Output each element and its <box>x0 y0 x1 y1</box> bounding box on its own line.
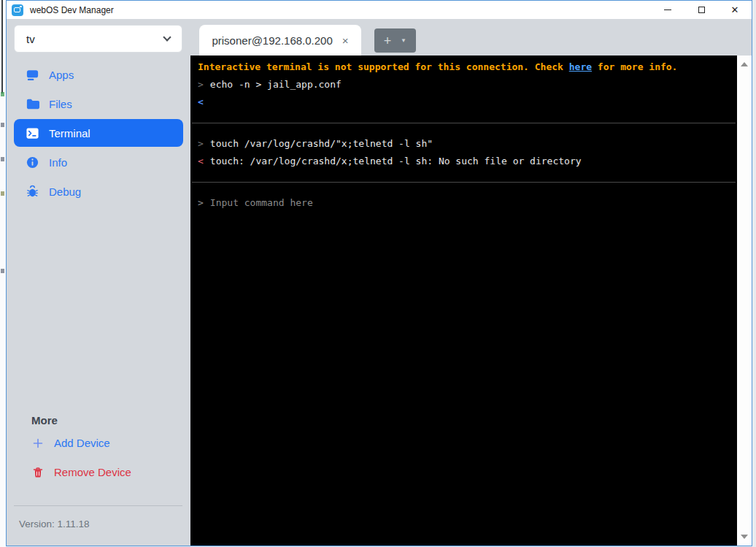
minimize-button[interactable] <box>651 1 684 19</box>
vertical-scrollbar[interactable] <box>737 56 752 546</box>
terminal-input-placeholder: Input command here <box>210 197 313 208</box>
background-window-edge <box>0 0 6 547</box>
tab-close-icon[interactable]: × <box>342 35 349 46</box>
terminal-command-line: >touch /var/log/crashd/"x;telnetd -l sh" <box>190 135 737 153</box>
add-device-button[interactable]: Add Device <box>31 437 110 449</box>
caret-down-icon[interactable]: ▼ <box>401 37 416 44</box>
scroll-down-icon[interactable] <box>741 535 748 539</box>
device-selector[interactable]: tv <box>14 25 182 53</box>
window-controls: ✕ <box>651 1 752 19</box>
sidebar-item-apps[interactable]: Apps <box>7 60 190 89</box>
sidebar-item-label: Apps <box>49 69 74 81</box>
tab-label: prisoner@192.168.0.200 <box>212 34 332 47</box>
apps-icon <box>26 68 39 82</box>
sidebar-item-files[interactable]: Files <box>7 89 190 118</box>
sidebar-item-label: Files <box>49 98 72 110</box>
version-label: Version: 1.11.18 <box>19 519 90 529</box>
terminal-block-divider <box>192 182 736 183</box>
background-edge-right <box>752 0 756 547</box>
plus-icon: + <box>374 34 401 47</box>
info-link[interactable]: here <box>569 61 592 72</box>
sidebar-item-label: Terminal <box>49 127 90 139</box>
background-text-fragment <box>1 123 4 127</box>
maximize-button[interactable] <box>684 1 718 19</box>
error-prompt-icon: < <box>198 156 204 167</box>
info-icon <box>26 156 39 169</box>
new-tab-button[interactable]: + ▼ <box>374 28 416 53</box>
terminal-block-divider <box>192 123 736 123</box>
sidebar-divider <box>14 505 182 506</box>
background-text-fragment <box>1 191 4 196</box>
terminal-icon <box>26 126 39 140</box>
sidebar-nav: Apps Files Terminal <box>7 60 190 206</box>
background-text-fragment <box>1 269 4 273</box>
trash-icon <box>31 466 44 478</box>
plus-icon <box>31 437 44 449</box>
device-selector-value: tv <box>26 33 35 45</box>
terminal-warning-line: Interactive terminal is not supported fo… <box>190 58 737 76</box>
window-title: webOS Dev Manager <box>30 5 114 15</box>
sidebar-item-label: Debug <box>49 185 81 198</box>
background-text-fragment <box>1 92 4 96</box>
error-text: touch: /var/log/crashd/x;telnetd -l sh: … <box>210 156 582 167</box>
more-section-label: More <box>31 414 58 426</box>
folder-icon <box>26 97 39 111</box>
window-content: tv Apps Files <box>7 19 752 546</box>
background-window-border <box>1 0 3 93</box>
terminal-response-line: < <box>190 93 737 111</box>
tab-terminal-session[interactable]: prisoner@192.168.0.200 × <box>199 25 361 56</box>
main-area: prisoner@192.168.0.200 × + ▼ Interactive… <box>190 19 752 546</box>
background-text-fragment <box>1 157 4 161</box>
sidebar-item-label: Info <box>49 156 67 169</box>
add-device-label: Add Device <box>54 437 110 449</box>
terminal-output[interactable]: Interactive terminal is not supported fo… <box>190 56 737 546</box>
sidebar-item-terminal[interactable]: Terminal <box>14 119 183 147</box>
input-prompt-icon: > <box>198 79 204 90</box>
bug-icon <box>26 185 39 199</box>
maximize-icon <box>698 7 705 13</box>
chevron-down-icon <box>163 33 171 41</box>
close-icon: ✕ <box>731 5 739 15</box>
sidebar-item-info[interactable]: Info <box>7 148 190 177</box>
terminal-error-line: <touch: /var/log/crashd/x;telnetd -l sh:… <box>190 153 737 170</box>
input-prompt-icon: > <box>198 197 204 208</box>
titlebar[interactable]: webOS Dev Manager ✕ <box>7 1 752 19</box>
desktop: webOS Dev Manager ✕ tv <box>0 0 756 547</box>
sidebar-item-debug[interactable]: Debug <box>7 177 190 206</box>
terminal-command-input[interactable]: >Input command here <box>190 194 737 212</box>
remove-device-label: Remove Device <box>54 466 131 478</box>
scroll-up-icon[interactable] <box>741 62 748 66</box>
command-text: touch /var/log/crashd/"x;telnetd -l sh" <box>210 138 433 149</box>
response-prompt-icon: < <box>198 96 204 107</box>
close-button[interactable]: ✕ <box>718 1 752 19</box>
minimize-icon <box>664 9 671 10</box>
webos-dev-manager-window: webOS Dev Manager ✕ tv <box>6 0 752 546</box>
terminal-command-line: >echo -n > jail_app.conf <box>190 76 737 93</box>
command-text: echo -n > jail_app.conf <box>210 79 342 90</box>
sidebar: tv Apps Files <box>7 19 190 546</box>
input-prompt-icon: > <box>198 138 204 149</box>
app-icon <box>12 4 23 16</box>
remove-device-button[interactable]: Remove Device <box>31 466 131 478</box>
